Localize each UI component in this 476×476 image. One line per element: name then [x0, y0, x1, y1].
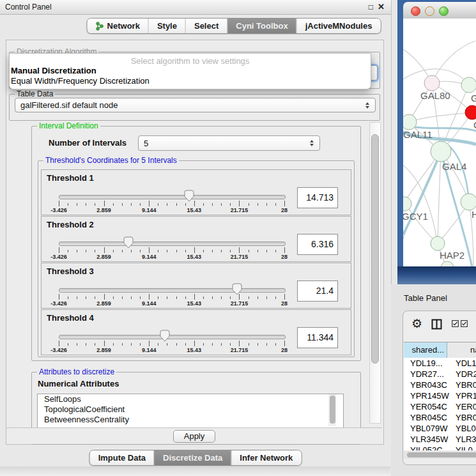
- combo-arrows-icon: [362, 102, 372, 109]
- list-item[interactable]: TopologicalCoefficient: [38, 404, 343, 415]
- slider-handle[interactable]: [232, 283, 242, 295]
- checkbox-icon[interactable]: [452, 320, 459, 327]
- tab-select[interactable]: Select: [185, 19, 227, 33]
- apply-button[interactable]: Apply: [173, 430, 215, 443]
- slider-handle[interactable]: [184, 190, 194, 202]
- combo-arrows-icon: [307, 140, 317, 146]
- tab-discretize-data[interactable]: Discretize Data: [154, 450, 231, 465]
- network-node-label: GCY1: [403, 211, 428, 222]
- cell-name: YBR0: [447, 380, 476, 390]
- settings-scrollbar-thumb[interactable]: [371, 134, 379, 364]
- table-row[interactable]: YDR27...YDR2: [404, 369, 476, 380]
- numerical-attributes-list[interactable]: SelfLoopsTopologicalCoefficientBetweenne…: [37, 394, 344, 428]
- list-item[interactable]: SelfLoops: [38, 394, 343, 404]
- network-node[interactable]: [403, 197, 411, 211]
- table-row[interactable]: YIL052CYIL0: [404, 445, 476, 450]
- threshold-value-box[interactable]: 6.316: [297, 234, 338, 255]
- table-data-group-title: Table Data: [15, 89, 55, 98]
- column-header-shared-name[interactable]: shared...: [404, 342, 447, 358]
- control-panel-titlebar[interactable]: Control Panel □ ✕: [0, 0, 391, 15]
- list-item[interactable]: BetweennessCentrality: [38, 415, 343, 425]
- tick-label: -3.426: [50, 207, 67, 213]
- close-window-icon[interactable]: ✕: [378, 0, 385, 14]
- tab-cyni-toolbox[interactable]: Cyni Toolbox: [227, 19, 296, 33]
- tab-infer-network[interactable]: Infer Network: [231, 450, 301, 465]
- network-node[interactable]: [465, 105, 476, 119]
- slider-handle[interactable]: [123, 236, 134, 249]
- network-node-label: GAL80: [420, 90, 450, 101]
- cell-name: YPR1: [447, 390, 476, 401]
- gear-icon[interactable]: ⚙: [411, 317, 422, 331]
- table-row[interactable]: YBR045CYBR0: [404, 412, 476, 423]
- slider-handle[interactable]: [160, 330, 170, 342]
- threshold-value-box[interactable]: 14.713: [297, 187, 338, 208]
- slider-tick-labels: -3.4262.8599.14415.4321.71528: [59, 300, 284, 308]
- tick-label: 28: [281, 254, 288, 260]
- threshold-slider[interactable]: -3.4262.8599.14415.4321.71528: [59, 284, 284, 308]
- slider-ticks: [59, 247, 284, 253]
- threshold-value-box[interactable]: 21.4: [297, 280, 338, 302]
- checkbox-icon[interactable]: [461, 320, 468, 327]
- dropdown-option-manual-discretization[interactable]: Manual Discretization: [10, 66, 371, 76]
- network-edge-thick[interactable]: [403, 151, 441, 234]
- slider-track[interactable]: [59, 195, 286, 199]
- network-node[interactable]: [461, 77, 476, 93]
- minimize-traffic-light-icon[interactable]: [425, 6, 434, 16]
- column-header-name[interactable]: na: [447, 342, 476, 358]
- network-node[interactable]: [431, 141, 451, 162]
- tab-impute-data[interactable]: Impute Data: [90, 450, 154, 465]
- network-node[interactable]: [403, 114, 417, 130]
- network-node-label: GAL11: [403, 129, 433, 140]
- network-node-label: GA: [471, 93, 476, 104]
- cell-name: YDL1: [447, 358, 476, 369]
- zoom-traffic-light-icon[interactable]: [439, 6, 449, 16]
- threshold-panel: Threshold 4-3.4262.8599.14415.4321.71528…: [41, 309, 351, 355]
- network-node[interactable]: [424, 75, 440, 91]
- network-window-titlebar[interactable]: [403, 2, 476, 19]
- slider-track[interactable]: [59, 288, 286, 293]
- tab-network[interactable]: Network: [88, 19, 148, 33]
- network-node[interactable]: [461, 194, 476, 210]
- dropdown-placeholder: Select algorithm to view settings: [10, 54, 371, 66]
- table-horizontal-scrollbar[interactable]: [404, 451, 476, 459]
- threshold-slider[interactable]: -3.4262.8599.14415.4321.71528: [59, 237, 284, 261]
- threshold-value-box[interactable]: 11.344: [297, 327, 338, 348]
- network-node[interactable]: [441, 261, 454, 266]
- slider-track[interactable]: [59, 335, 286, 339]
- cyni-toolbox-panel: Discretization Algorithm Select algorith…: [6, 40, 384, 445]
- close-traffic-light-icon[interactable]: [411, 6, 420, 16]
- list-scrollbar[interactable]: [328, 394, 336, 426]
- threshold-slider[interactable]: -3.4262.8599.14415.4321.71528: [59, 330, 284, 355]
- settings-scrollbar[interactable]: [369, 122, 381, 424]
- number-of-intervals-combobox[interactable]: 5: [138, 135, 320, 151]
- list-scrollbar-thumb[interactable]: [330, 395, 335, 424]
- tab-label: jActiveMNodules: [305, 21, 372, 31]
- network-canvas-svg[interactable]: GAL80GACGAL11GAL4GCY1HHAP2: [403, 19, 476, 266]
- column-layout-icon[interactable]: [431, 319, 442, 330]
- slider-tick-labels: -3.4262.8599.14415.4321.71528: [59, 254, 284, 261]
- table-row[interactable]: YBL079WYBL0: [404, 423, 476, 434]
- tick-label: 15.43: [187, 347, 202, 353]
- tab-style[interactable]: Style: [148, 19, 185, 33]
- table-row[interactable]: YDL19...YDL1: [404, 358, 476, 369]
- table-row[interactable]: YLR345WYLR3: [404, 434, 476, 445]
- slider-track[interactable]: [59, 242, 286, 246]
- table-row[interactable]: YBR043CYBR0: [404, 380, 476, 390]
- window-bottom-edge: [0, 466, 390, 476]
- network-node-label: GAL4: [442, 161, 466, 172]
- network-edge[interactable]: [409, 112, 472, 122]
- network-edge[interactable]: [432, 41, 475, 83]
- table-data-combobox[interactable]: galFiltered.sif default node: [15, 98, 376, 112]
- table-row[interactable]: YER054CYER0: [404, 401, 476, 412]
- table-row[interactable]: YPR145WYPR1: [404, 390, 476, 401]
- tick-label: -3.426: [50, 347, 67, 353]
- table-horizontal-scrollbar-thumb[interactable]: [407, 452, 476, 457]
- tab-jactivemnodules[interactable]: jActiveMNodules: [296, 19, 381, 33]
- tick-label: 28: [281, 207, 288, 213]
- network-edge[interactable]: [438, 151, 441, 243]
- dropdown-option-equal-width-frequency[interactable]: Equal Width/Frequency Discretization: [10, 76, 371, 86]
- float-window-icon[interactable]: □: [369, 0, 373, 14]
- network-node[interactable]: [431, 236, 445, 250]
- threshold-slider[interactable]: -3.4262.8599.14415.4321.71528: [59, 190, 284, 215]
- tick-label: 21.715: [231, 254, 249, 260]
